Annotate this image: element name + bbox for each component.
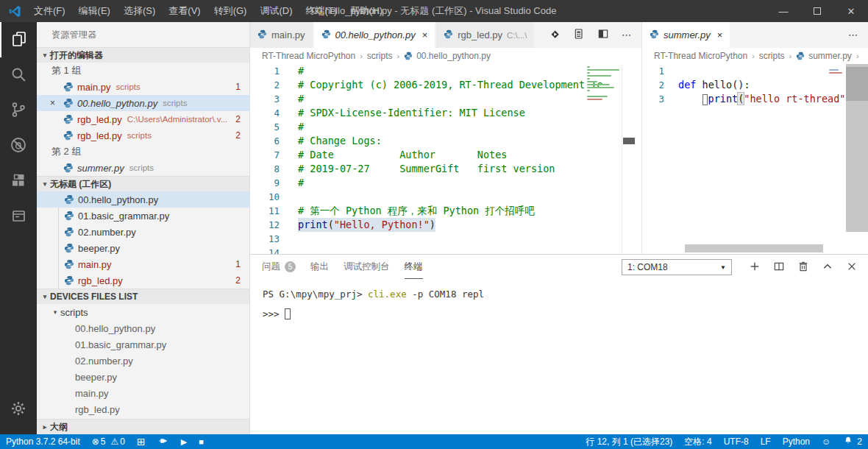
breadcrumb-left[interactable]: RT-Thread MicroPython›scripts›00.hello_p…	[250, 48, 641, 64]
breadcrumb-item[interactable]: scripts	[759, 51, 785, 61]
panel-tab-输出[interactable]: 输出	[310, 255, 329, 279]
activity-explorer[interactable]	[0, 22, 37, 57]
run-button[interactable]: ▶	[175, 434, 193, 449]
menu-V[interactable]: 查看(V)	[162, 5, 207, 16]
encoding-status[interactable]: UTF-8	[718, 434, 755, 449]
workspace-file-item[interactable]: 01.basic_grammar.py	[37, 208, 249, 224]
breadcrumb-item[interactable]: summer.py	[808, 51, 852, 61]
open-editor-item[interactable]: main.pyscripts1	[37, 79, 249, 95]
breadcrumb-item[interactable]: RT-Thread MicroPython	[262, 51, 355, 61]
outline-header[interactable]: ▸ 大纲	[37, 419, 249, 434]
notifications-button[interactable]: 2	[836, 434, 868, 449]
device-file-item[interactable]: 02.number.py	[37, 353, 249, 369]
panel-tab-问题[interactable]: 问题5	[262, 255, 296, 279]
kill-terminal-button[interactable]	[797, 261, 809, 275]
vertical-scrollbar-left[interactable]	[622, 64, 641, 254]
close-editor-icon[interactable]: ×	[50, 98, 55, 108]
panel-tab-调试控制台[interactable]: 调试控制台	[344, 255, 390, 279]
problems-status[interactable]: ⊗ 5 ⚠ 0	[86, 434, 131, 449]
minimize-button[interactable]: —	[766, 0, 800, 22]
activity-device-files[interactable]	[0, 199, 37, 234]
code-line[interactable]: 11# 第一个 Python 程序，来和 Python 打个招呼吧	[250, 204, 641, 218]
code-line[interactable]: 3 print("hello rt-thread"	[642, 92, 868, 106]
panel-tab-终端[interactable]: 终端	[405, 255, 423, 279]
board-download-button[interactable]: ⊞	[131, 434, 152, 449]
run-file-button[interactable]	[549, 28, 561, 42]
code-line[interactable]: 12print("Hello, Python!")	[250, 218, 641, 232]
open-editors-header[interactable]: ▾ 打开的编辑器	[37, 47, 249, 63]
eol-status[interactable]: LF	[755, 434, 777, 449]
maximize-button[interactable]	[800, 0, 834, 22]
workspace-file-item[interactable]: 02.number.py	[37, 224, 249, 240]
breadcrumb-right[interactable]: RT-Thread MicroPython›scripts›summer.py›	[642, 48, 868, 64]
close-button[interactable]: ✕	[834, 0, 868, 22]
menu-F[interactable]: 文件(F)	[27, 5, 72, 16]
serial-connect-button[interactable]	[152, 434, 175, 449]
minimap-left[interactable]	[587, 66, 621, 107]
devices-files-header[interactable]: ▾ DEVICES FILES LIST	[37, 289, 249, 304]
scrollbar-thumb[interactable]	[846, 67, 868, 101]
open-editor-item[interactable]: rgb_led.pyC:\Users\Administrator\.v...2	[37, 111, 249, 127]
activity-extensions[interactable]	[0, 163, 37, 199]
split-terminal-button[interactable]	[773, 261, 785, 275]
code-editor-left[interactable]: 1#2# Copyright (c) 2006-2019, RT-Thread …	[250, 64, 641, 254]
activity-debug[interactable]	[0, 128, 37, 163]
tab-summer.py[interactable]: summer.py×	[642, 22, 731, 48]
breadcrumb-item[interactable]: 00.hello_python.py	[416, 51, 491, 61]
feedback-smiley-button[interactable]: ☺	[816, 434, 836, 449]
open-editor-item[interactable]: rgb_led.pyscripts2	[37, 127, 249, 144]
workspace-header[interactable]: ▾ 无标题 (工作区)	[37, 176, 249, 191]
menu-G[interactable]: 转到(G)	[207, 5, 254, 16]
minimap-right[interactable]	[829, 66, 844, 75]
device-file-item[interactable]: 00.hello_python.py	[37, 320, 249, 336]
close-tab-icon[interactable]: ×	[717, 29, 723, 40]
close-tab-icon[interactable]: ×	[422, 29, 428, 40]
vertical-scrollbar-right[interactable]	[846, 64, 868, 232]
indentation-status[interactable]: 空格: 4	[678, 434, 717, 449]
device-file-item[interactable]: rgb_led.py	[37, 401, 249, 417]
open-preview-button[interactable]	[573, 28, 585, 42]
code-line[interactable]: 2# Copyright (c) 2006-2019, RT-Thread De…	[250, 78, 641, 92]
code-line[interactable]: 10	[250, 190, 641, 204]
stop-button[interactable]: ■	[193, 434, 210, 449]
menu-D[interactable]: 调试(D)	[253, 5, 299, 16]
menu-S[interactable]: 选择(S)	[117, 5, 162, 16]
language-mode-status[interactable]: Python	[777, 434, 816, 449]
workspace-file-item[interactable]: 00.hello_python.py	[37, 191, 249, 208]
code-line[interactable]: 14	[250, 246, 641, 254]
more-actions-button[interactable]: ⋯	[622, 29, 631, 40]
workspace-file-item[interactable]: main.py1	[37, 256, 249, 272]
split-editor-button[interactable]	[597, 28, 609, 42]
code-line[interactable]: 9#	[250, 176, 641, 190]
python-interpreter-status[interactable]: Python 3.7.2 64-bit	[0, 434, 86, 449]
code-editor-right[interactable]: 12def hello():3 print("hello rt-thread"	[642, 64, 868, 254]
code-line[interactable]: 4# SPDX-License-Identifier: MIT License	[250, 106, 641, 120]
device-file-item[interactable]: 01.basic_grammar.py	[37, 336, 249, 353]
breadcrumb-item[interactable]: RT-Thread MicroPython	[654, 51, 747, 61]
open-editor-item[interactable]: summer.pyscripts	[37, 160, 249, 176]
code-line[interactable]: 2def hello():	[642, 78, 868, 92]
workspace-file-item[interactable]: beeper.py	[37, 240, 249, 256]
cursor-position-status[interactable]: 行 12, 列 1 (已选择23)	[580, 434, 678, 449]
horizontal-scrollbar-right[interactable]	[685, 244, 823, 252]
code-line[interactable]: 8# 2019-07-27 SummerGift first version	[250, 162, 641, 176]
menu-E[interactable]: 编辑(E)	[72, 5, 117, 16]
activity-source-control[interactable]	[0, 93, 37, 128]
code-line[interactable]: 1#	[250, 64, 641, 78]
new-terminal-button[interactable]	[749, 261, 761, 275]
devices-folder-scripts[interactable]: ▾scripts	[37, 304, 249, 320]
tab-main.py[interactable]: main.py	[250, 22, 314, 48]
terminal-output[interactable]: PS G:\mpy\mpy_prj> cli.exe -p COM18 repl…	[250, 279, 868, 319]
tab-00.hello_python.py[interactable]: 00.hello_python.py×	[314, 22, 437, 48]
code-line[interactable]: 13	[250, 232, 641, 246]
open-editor-item[interactable]: ×00.hello_python.pyscripts	[37, 95, 249, 111]
activity-search[interactable]	[0, 57, 37, 93]
maximize-panel-button[interactable]	[822, 261, 833, 275]
code-line[interactable]: 7# Date Author Notes	[250, 148, 641, 162]
close-panel-button[interactable]	[846, 261, 858, 275]
code-line[interactable]: 6# Change Logs:	[250, 134, 641, 148]
device-file-item[interactable]: beeper.py	[37, 369, 249, 385]
code-line[interactable]: 5#	[250, 120, 641, 134]
device-file-item[interactable]: main.py	[37, 385, 249, 401]
manage-button[interactable]	[0, 392, 37, 427]
